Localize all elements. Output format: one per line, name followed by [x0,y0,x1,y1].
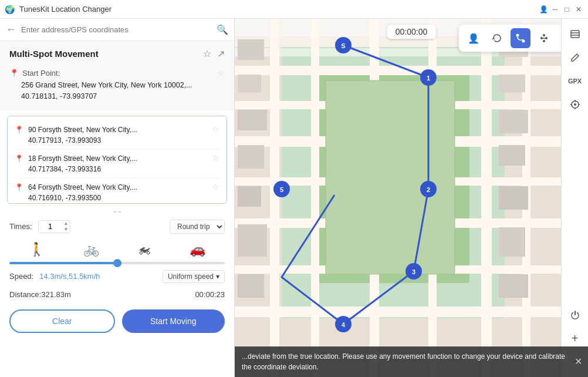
bike-icon[interactable]: 🚲 [79,240,104,260]
search-icon[interactable]: 🔍 [217,24,228,35]
waypoint-text-3: 64 Forsyth Street, New York City,... 40.… [28,182,207,203]
times-label: Times: [9,222,32,231]
waypoint-dot-2: 📍 [15,154,23,163]
maximize-button[interactable]: □ [562,5,572,14]
speed-value: 14.3m/s,51.5km/h [39,272,100,281]
svg-rect-33 [499,274,528,298]
start-point-label: 📍 Start Point: ☆ [9,69,225,78]
svg-rect-26 [238,274,264,298]
search-input[interactable] [21,25,212,34]
times-down[interactable]: ▼ [62,227,70,233]
minimize-button[interactable]: ─ [550,5,560,14]
waypoint-star-2[interactable]: ☆ [212,153,219,163]
waypoint-item: 📍 90 Forsyth Street, New York City,... 4… [15,121,219,150]
left-panel: ← 🔍 Multi-Spot Movement ☆ ↗ 📍 Start Poin… [0,19,235,377]
profile-icon[interactable]: 👤 [539,5,548,14]
distance-time: 00:00:23 [195,290,225,299]
waypoint-dot-3: 📍 [15,183,23,191]
app-icon: 🌍 [5,5,15,14]
chevron-down-icon: ▾ [216,272,219,281]
svg-text:3: 3 [412,268,415,275]
start-moving-button[interactable]: Start Moving [122,309,225,333]
scroll-indicator: ⌄⌄ [0,207,234,216]
svg-rect-17 [481,19,492,377]
person-tool-button[interactable]: 👤 [464,28,484,48]
right-sidebar: GPX + − [561,19,588,377]
svg-rect-25 [238,224,267,257]
times-spinner: ▲ ▼ [62,221,70,233]
times-input-wrap: ▲ ▼ [38,220,71,233]
layers-button[interactable] [565,23,586,45]
start-point-address: 256 Grand Street, New York City, New Yor… [9,80,225,102]
svg-point-57 [574,103,576,106]
app-title: TunesKit Location Changer [19,5,534,14]
svg-text:4: 4 [342,321,346,328]
location-button[interactable] [565,94,586,115]
svg-rect-29 [499,110,528,133]
export-icon[interactable]: ↗ [217,48,225,59]
svg-rect-13 [270,19,279,377]
svg-text:S: S [341,42,345,49]
svg-point-48 [540,37,543,39]
speed-slider-thumb[interactable] [113,259,121,267]
waypoint-tool-button[interactable] [534,28,554,48]
times-row: Times: ▲ ▼ Round trip [0,216,234,237]
search-bar: ← 🔍 [0,19,234,41]
times-input[interactable] [39,221,62,232]
clear-button[interactable]: Clear [9,309,115,333]
svg-rect-31 [499,186,528,210]
svg-point-51 [543,34,545,36]
waypoint-star-3[interactable]: ☆ [212,182,219,191]
start-point-star[interactable]: ☆ [218,69,225,78]
waypoint-dot-1: 📍 [15,126,23,134]
svg-rect-14 [311,19,319,377]
svg-rect-19 [326,80,455,274]
map-area[interactable]: S 1 2 3 4 5 👤 [235,19,588,377]
motorbike-icon[interactable]: 🏍 [133,240,156,260]
svg-rect-53 [571,31,579,38]
waypoint-text-2: 18 Forsyth Street, New York City,... 40.… [28,153,207,174]
notification-bar: ...deviate from the true location. Pleas… [235,346,588,377]
waypoint-star-1[interactable]: ☆ [212,124,219,134]
window-controls: 👤 ─ □ ✕ [539,5,583,14]
svg-rect-12 [235,307,587,317]
back-button[interactable]: ← [6,23,16,36]
svg-text:1: 1 [427,75,430,82]
round-trip-select[interactable]: Round trip [170,220,225,234]
edit-button[interactable] [565,47,586,68]
svg-rect-21 [238,75,261,92]
svg-point-46 [516,34,519,37]
speed-slider-row[interactable] [0,261,234,268]
rotate-tool-button[interactable] [487,28,507,48]
svg-text:2: 2 [427,186,430,193]
notification-close-button[interactable]: ✕ [575,355,582,369]
svg-rect-20 [238,39,264,60]
distance-row: Distance:321.83m 00:00:23 [0,288,234,304]
action-buttons: Clear Start Moving [0,304,234,341]
start-point-section: 📍 Start Point: ☆ 256 Grand Street, New Y… [0,64,234,110]
times-up[interactable]: ▲ [62,221,70,227]
location-icon: 📍 [9,69,19,78]
car-icon[interactable]: 🚗 [185,240,210,260]
power-button[interactable] [565,304,586,325]
panel-title: Multi-Spot Movement [9,49,99,59]
walk-icon[interactable]: 🚶 [24,240,49,260]
svg-point-49 [545,37,548,39]
svg-rect-23 [238,145,264,169]
bookmark-icon[interactable]: ☆ [203,48,211,59]
waypoint-text-1: 90 Forsyth Street, New York City,... 40.… [28,124,207,146]
waypoint-item: 📍 64 Forsyth Street, New York City,... 4… [15,179,219,204]
svg-rect-24 [238,186,261,207]
route-tool-button[interactable] [511,28,530,48]
waypoints-list: 📍 90 Forsyth Street, New York City,... 4… [7,116,227,204]
svg-rect-32 [499,227,525,257]
svg-rect-28 [499,75,525,92]
speed-mode-select[interactable]: Uniform speed ▾ [163,270,225,283]
titlebar: 🌍 TunesKit Location Changer 👤 ─ □ ✕ [0,0,588,19]
svg-text:5: 5 [280,186,283,193]
gpx-button[interactable]: GPX [565,70,586,92]
main-layout: ← 🔍 Multi-Spot Movement ☆ ↗ 📍 Start Poin… [0,19,588,377]
zoom-in-button[interactable]: + [565,328,586,349]
close-button[interactable]: ✕ [574,5,583,14]
speed-slider[interactable] [9,262,225,264]
